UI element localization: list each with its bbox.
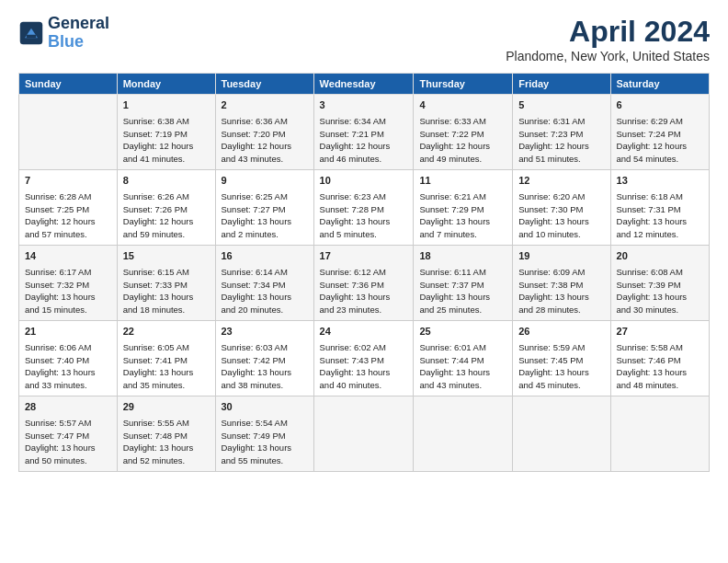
calendar-cell: 15Sunrise: 6:15 AM Sunset: 7:33 PM Dayli…: [117, 246, 215, 321]
day-info: Sunrise: 6:18 AM Sunset: 7:31 PM Dayligh…: [617, 190, 703, 241]
day-info: Sunrise: 6:34 AM Sunset: 7:21 PM Dayligh…: [320, 115, 408, 166]
day-number: 11: [419, 174, 506, 189]
day-number: 2: [222, 98, 308, 113]
svg-rect-2: [27, 35, 37, 39]
calendar-cell: 13Sunrise: 6:18 AM Sunset: 7:31 PM Dayli…: [610, 170, 709, 246]
day-number: 15: [123, 249, 210, 264]
calendar-cell: 7Sunrise: 6:28 AM Sunset: 7:25 PM Daylig…: [19, 170, 118, 246]
day-number: 8: [123, 174, 210, 189]
week-row-2: 7Sunrise: 6:28 AM Sunset: 7:25 PM Daylig…: [19, 170, 710, 246]
calendar-cell: 23Sunrise: 6:03 AM Sunset: 7:42 PM Dayli…: [215, 321, 313, 396]
day-info: Sunrise: 5:54 AM Sunset: 7:49 PM Dayligh…: [222, 417, 308, 467]
logo: General Blue: [18, 15, 109, 52]
column-header-sunday: Sunday: [19, 74, 118, 95]
day-info: Sunrise: 6:09 AM Sunset: 7:38 PM Dayligh…: [518, 266, 604, 316]
column-header-friday: Friday: [513, 74, 610, 95]
day-number: 29: [123, 400, 210, 415]
calendar-header-row: SundayMondayTuesdayWednesdayThursdayFrid…: [19, 74, 710, 95]
day-info: Sunrise: 6:28 AM Sunset: 7:25 PM Dayligh…: [25, 190, 111, 241]
title-block: April 2024 Plandome, New York, United St…: [506, 15, 710, 63]
day-info: Sunrise: 6:06 AM Sunset: 7:40 PM Dayligh…: [25, 341, 111, 392]
day-info: Sunrise: 5:59 AM Sunset: 7:45 PM Dayligh…: [518, 341, 604, 392]
calendar-cell: 19Sunrise: 6:09 AM Sunset: 7:38 PM Dayli…: [513, 246, 610, 321]
day-number: 10: [320, 174, 408, 189]
column-header-saturday: Saturday: [610, 74, 709, 95]
day-info: Sunrise: 6:12 AM Sunset: 7:36 PM Dayligh…: [320, 266, 408, 316]
day-number: 25: [419, 325, 506, 339]
calendar-cell: 24Sunrise: 6:02 AM Sunset: 7:43 PM Dayli…: [313, 321, 414, 396]
day-info: Sunrise: 6:20 AM Sunset: 7:30 PM Dayligh…: [518, 190, 604, 241]
calendar-cell: [610, 396, 709, 472]
day-number: 14: [25, 249, 111, 264]
month-title: April 2024: [506, 15, 710, 49]
calendar-cell: 16Sunrise: 6:14 AM Sunset: 7:34 PM Dayli…: [215, 246, 313, 321]
logo-line1: General: [48, 15, 109, 33]
calendar-cell: [313, 396, 414, 472]
day-info: Sunrise: 6:33 AM Sunset: 7:22 PM Dayligh…: [419, 115, 506, 166]
column-header-wednesday: Wednesday: [313, 74, 414, 95]
day-number: 26: [518, 325, 604, 339]
logo-text: General Blue: [48, 15, 109, 52]
day-info: Sunrise: 6:31 AM Sunset: 7:23 PM Dayligh…: [518, 115, 604, 166]
week-row-3: 14Sunrise: 6:17 AM Sunset: 7:32 PM Dayli…: [19, 246, 710, 321]
location: Plandome, New York, United States: [506, 49, 710, 63]
logo-icon: [18, 20, 44, 46]
calendar-body: 1Sunrise: 6:38 AM Sunset: 7:19 PM Daylig…: [19, 95, 710, 472]
calendar-cell: 14Sunrise: 6:17 AM Sunset: 7:32 PM Dayli…: [19, 246, 118, 321]
day-number: 19: [518, 249, 604, 264]
day-number: 9: [222, 174, 308, 189]
calendar-cell: 25Sunrise: 6:01 AM Sunset: 7:44 PM Dayli…: [414, 321, 513, 396]
calendar-cell: 27Sunrise: 5:58 AM Sunset: 7:46 PM Dayli…: [610, 321, 709, 396]
logo-line2: Blue: [48, 32, 84, 51]
calendar-cell: 17Sunrise: 6:12 AM Sunset: 7:36 PM Dayli…: [313, 246, 414, 321]
day-number: 4: [419, 98, 506, 113]
day-number: 17: [320, 249, 408, 264]
calendar-cell: 21Sunrise: 6:06 AM Sunset: 7:40 PM Dayli…: [19, 321, 118, 396]
column-header-monday: Monday: [117, 74, 215, 95]
day-number: 23: [222, 325, 308, 339]
day-number: 22: [123, 325, 210, 339]
calendar-cell: 12Sunrise: 6:20 AM Sunset: 7:30 PM Dayli…: [513, 170, 610, 246]
day-info: Sunrise: 6:11 AM Sunset: 7:37 PM Dayligh…: [419, 266, 506, 316]
week-row-1: 1Sunrise: 6:38 AM Sunset: 7:19 PM Daylig…: [19, 95, 710, 170]
page: General Blue April 2024 Plandome, New Yo…: [0, 0, 728, 481]
calendar-cell: 30Sunrise: 5:54 AM Sunset: 7:49 PM Dayli…: [215, 396, 313, 472]
calendar-table: SundayMondayTuesdayWednesdayThursdayFrid…: [18, 73, 710, 472]
week-row-4: 21Sunrise: 6:06 AM Sunset: 7:40 PM Dayli…: [19, 321, 710, 396]
day-info: Sunrise: 6:08 AM Sunset: 7:39 PM Dayligh…: [617, 266, 703, 316]
day-info: Sunrise: 6:14 AM Sunset: 7:34 PM Dayligh…: [222, 266, 308, 316]
calendar-cell: 22Sunrise: 6:05 AM Sunset: 7:41 PM Dayli…: [117, 321, 215, 396]
day-info: Sunrise: 6:26 AM Sunset: 7:26 PM Dayligh…: [123, 190, 210, 241]
day-info: Sunrise: 6:03 AM Sunset: 7:42 PM Dayligh…: [222, 341, 308, 392]
day-info: Sunrise: 6:05 AM Sunset: 7:41 PM Dayligh…: [123, 341, 210, 392]
day-info: Sunrise: 6:21 AM Sunset: 7:29 PM Dayligh…: [419, 190, 506, 241]
day-number: 13: [617, 174, 703, 189]
day-number: 21: [25, 325, 111, 339]
calendar-cell: 10Sunrise: 6:23 AM Sunset: 7:28 PM Dayli…: [313, 170, 414, 246]
calendar-cell: [19, 95, 118, 170]
calendar-cell: 28Sunrise: 5:57 AM Sunset: 7:47 PM Dayli…: [19, 396, 118, 472]
calendar-cell: 4Sunrise: 6:33 AM Sunset: 7:22 PM Daylig…: [414, 95, 513, 170]
calendar-cell: 9Sunrise: 6:25 AM Sunset: 7:27 PM Daylig…: [215, 170, 313, 246]
day-info: Sunrise: 6:25 AM Sunset: 7:27 PM Dayligh…: [222, 190, 308, 241]
calendar-cell: 8Sunrise: 6:26 AM Sunset: 7:26 PM Daylig…: [117, 170, 215, 246]
header: General Blue April 2024 Plandome, New Yo…: [18, 15, 710, 63]
calendar-cell: 29Sunrise: 5:55 AM Sunset: 7:48 PM Dayli…: [117, 396, 215, 472]
day-info: Sunrise: 6:02 AM Sunset: 7:43 PM Dayligh…: [320, 341, 408, 392]
day-info: Sunrise: 5:58 AM Sunset: 7:46 PM Dayligh…: [617, 341, 703, 392]
column-header-thursday: Thursday: [414, 74, 513, 95]
day-info: Sunrise: 6:29 AM Sunset: 7:24 PM Dayligh…: [617, 115, 703, 166]
day-info: Sunrise: 6:36 AM Sunset: 7:20 PM Dayligh…: [222, 115, 308, 166]
day-number: 12: [518, 174, 604, 189]
calendar-cell: [513, 396, 610, 472]
day-number: 28: [25, 400, 111, 415]
day-info: Sunrise: 6:01 AM Sunset: 7:44 PM Dayligh…: [419, 341, 506, 392]
calendar-cell: 1Sunrise: 6:38 AM Sunset: 7:19 PM Daylig…: [117, 95, 215, 170]
day-number: 30: [222, 400, 308, 415]
day-number: 24: [320, 325, 408, 339]
day-number: 3: [320, 98, 408, 113]
day-number: 16: [222, 249, 308, 264]
calendar-cell: 18Sunrise: 6:11 AM Sunset: 7:37 PM Dayli…: [414, 246, 513, 321]
day-info: Sunrise: 5:55 AM Sunset: 7:48 PM Dayligh…: [123, 417, 210, 467]
day-number: 7: [25, 174, 111, 189]
